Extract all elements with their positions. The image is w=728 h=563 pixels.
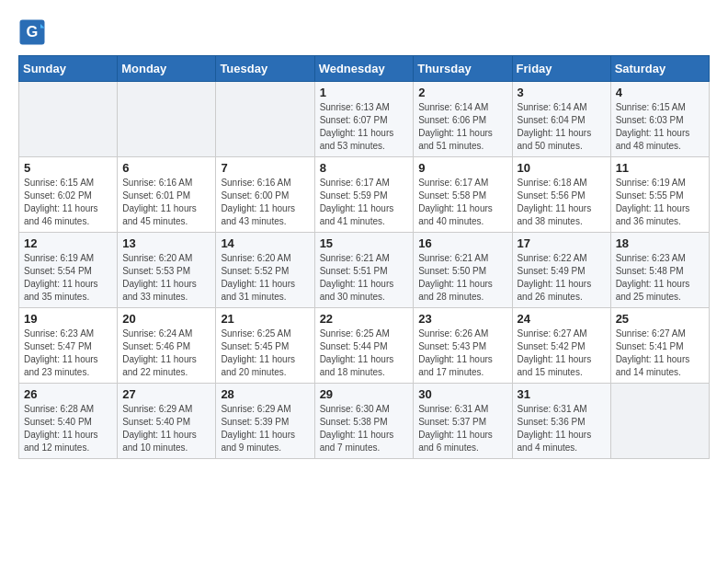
day-info: Sunrise: 6:28 AM Sunset: 5:40 PM Dayligh… — [24, 403, 112, 454]
weekday-header-sunday: Sunday — [19, 56, 118, 82]
calendar-day: 13Sunrise: 6:20 AM Sunset: 5:53 PM Dayli… — [118, 233, 216, 308]
calendar-header: SundayMondayTuesdayWednesdayThursdayFrid… — [19, 56, 710, 82]
calendar-day — [19, 82, 118, 157]
calendar-day: 20Sunrise: 6:24 AM Sunset: 5:46 PM Dayli… — [118, 308, 216, 384]
calendar-day: 4Sunrise: 6:15 AM Sunset: 6:03 PM Daylig… — [610, 82, 709, 157]
day-info: Sunrise: 6:27 AM Sunset: 5:41 PM Dayligh… — [616, 327, 704, 379]
weekday-header-tuesday: Tuesday — [216, 56, 314, 82]
calendar-body: 1Sunrise: 6:13 AM Sunset: 6:07 PM Daylig… — [19, 82, 710, 459]
calendar-day: 19Sunrise: 6:23 AM Sunset: 5:47 PM Dayli… — [19, 308, 118, 384]
calendar-day: 29Sunrise: 6:30 AM Sunset: 5:38 PM Dayli… — [314, 384, 414, 459]
calendar-day: 28Sunrise: 6:29 AM Sunset: 5:39 PM Dayli… — [216, 384, 314, 459]
day-info: Sunrise: 6:13 AM Sunset: 6:07 PM Dayligh… — [320, 101, 409, 153]
day-info: Sunrise: 6:25 AM Sunset: 5:44 PM Dayligh… — [320, 327, 409, 379]
day-info: Sunrise: 6:20 AM Sunset: 5:52 PM Dayligh… — [221, 252, 309, 304]
calendar-day: 21Sunrise: 6:25 AM Sunset: 5:45 PM Dayli… — [216, 308, 314, 384]
day-info: Sunrise: 6:26 AM Sunset: 5:43 PM Dayligh… — [418, 327, 506, 379]
calendar-day: 15Sunrise: 6:21 AM Sunset: 5:51 PM Dayli… — [314, 233, 414, 308]
weekday-header-thursday: Thursday — [414, 56, 512, 82]
day-number: 15 — [320, 236, 409, 250]
day-info: Sunrise: 6:18 AM Sunset: 5:56 PM Dayligh… — [518, 177, 606, 228]
calendar-day: 6Sunrise: 6:16 AM Sunset: 6:01 PM Daylig… — [118, 157, 216, 233]
calendar-day: 5Sunrise: 6:15 AM Sunset: 6:02 PM Daylig… — [19, 157, 118, 233]
day-number: 6 — [122, 161, 210, 175]
calendar-day — [216, 82, 314, 157]
calendar-day: 9Sunrise: 6:17 AM Sunset: 5:58 PM Daylig… — [414, 157, 512, 233]
day-number: 27 — [122, 387, 210, 401]
day-number: 11 — [616, 161, 704, 175]
calendar-day: 16Sunrise: 6:21 AM Sunset: 5:50 PM Dayli… — [414, 233, 512, 308]
svg-text:G: G — [27, 23, 39, 40]
day-info: Sunrise: 6:21 AM Sunset: 5:50 PM Dayligh… — [418, 252, 506, 304]
calendar-day: 3Sunrise: 6:14 AM Sunset: 6:04 PM Daylig… — [512, 82, 610, 157]
calendar-day: 1Sunrise: 6:13 AM Sunset: 6:07 PM Daylig… — [314, 82, 414, 157]
day-number: 13 — [122, 236, 210, 250]
calendar-week-2: 5Sunrise: 6:15 AM Sunset: 6:02 PM Daylig… — [19, 157, 710, 233]
day-info: Sunrise: 6:16 AM Sunset: 6:00 PM Dayligh… — [221, 177, 309, 228]
day-number: 2 — [418, 86, 506, 99]
calendar-week-5: 26Sunrise: 6:28 AM Sunset: 5:40 PM Dayli… — [19, 384, 710, 459]
day-number: 23 — [418, 312, 506, 326]
day-info: Sunrise: 6:27 AM Sunset: 5:42 PM Dayligh… — [518, 327, 606, 379]
day-number: 10 — [518, 161, 606, 175]
day-number: 3 — [518, 86, 606, 99]
day-info: Sunrise: 6:31 AM Sunset: 5:36 PM Dayligh… — [518, 403, 606, 454]
logo: G — [18, 18, 50, 46]
day-info: Sunrise: 6:14 AM Sunset: 6:06 PM Dayligh… — [418, 101, 506, 153]
day-info: Sunrise: 6:23 AM Sunset: 5:47 PM Dayligh… — [24, 327, 112, 379]
day-info: Sunrise: 6:29 AM Sunset: 5:39 PM Dayligh… — [221, 403, 309, 454]
day-number: 24 — [518, 312, 606, 326]
day-number: 1 — [320, 86, 409, 99]
page-header: G — [18, 18, 710, 46]
day-number: 21 — [221, 312, 309, 326]
day-info: Sunrise: 6:24 AM Sunset: 5:46 PM Dayligh… — [122, 327, 210, 379]
day-info: Sunrise: 6:31 AM Sunset: 5:37 PM Dayligh… — [418, 403, 506, 454]
day-number: 4 — [616, 86, 704, 99]
day-number: 31 — [518, 387, 606, 401]
weekday-header-wednesday: Wednesday — [314, 56, 414, 82]
day-info: Sunrise: 6:29 AM Sunset: 5:40 PM Dayligh… — [122, 403, 210, 454]
day-number: 18 — [616, 236, 704, 250]
calendar-week-4: 19Sunrise: 6:23 AM Sunset: 5:47 PM Dayli… — [19, 308, 710, 384]
day-info: Sunrise: 6:17 AM Sunset: 5:58 PM Dayligh… — [418, 177, 506, 228]
calendar-day: 22Sunrise: 6:25 AM Sunset: 5:44 PM Dayli… — [314, 308, 414, 384]
calendar-day: 23Sunrise: 6:26 AM Sunset: 5:43 PM Dayli… — [414, 308, 512, 384]
calendar-day: 30Sunrise: 6:31 AM Sunset: 5:37 PM Dayli… — [414, 384, 512, 459]
day-info: Sunrise: 6:17 AM Sunset: 5:59 PM Dayligh… — [320, 177, 409, 228]
calendar-day — [610, 384, 709, 459]
day-info: Sunrise: 6:25 AM Sunset: 5:45 PM Dayligh… — [221, 327, 309, 379]
day-info: Sunrise: 6:16 AM Sunset: 6:01 PM Dayligh… — [122, 177, 210, 228]
day-info: Sunrise: 6:22 AM Sunset: 5:49 PM Dayligh… — [518, 252, 606, 304]
calendar-day — [118, 82, 216, 157]
calendar-day: 14Sunrise: 6:20 AM Sunset: 5:52 PM Dayli… — [216, 233, 314, 308]
calendar-day: 27Sunrise: 6:29 AM Sunset: 5:40 PM Dayli… — [118, 384, 216, 459]
calendar-day: 18Sunrise: 6:23 AM Sunset: 5:48 PM Dayli… — [610, 233, 709, 308]
day-info: Sunrise: 6:21 AM Sunset: 5:51 PM Dayligh… — [320, 252, 409, 304]
calendar-day: 17Sunrise: 6:22 AM Sunset: 5:49 PM Dayli… — [512, 233, 610, 308]
calendar-day: 2Sunrise: 6:14 AM Sunset: 6:06 PM Daylig… — [414, 82, 512, 157]
weekday-header-friday: Friday — [512, 56, 610, 82]
day-info: Sunrise: 6:19 AM Sunset: 5:54 PM Dayligh… — [24, 252, 112, 304]
calendar-day: 31Sunrise: 6:31 AM Sunset: 5:36 PM Dayli… — [512, 384, 610, 459]
weekday-header-monday: Monday — [118, 56, 216, 82]
day-info: Sunrise: 6:15 AM Sunset: 6:02 PM Dayligh… — [24, 177, 112, 228]
calendar-day: 12Sunrise: 6:19 AM Sunset: 5:54 PM Dayli… — [19, 233, 118, 308]
day-info: Sunrise: 6:14 AM Sunset: 6:04 PM Dayligh… — [518, 101, 606, 153]
calendar-week-1: 1Sunrise: 6:13 AM Sunset: 6:07 PM Daylig… — [19, 82, 710, 157]
weekday-header-row: SundayMondayTuesdayWednesdayThursdayFrid… — [19, 56, 710, 82]
calendar-day: 26Sunrise: 6:28 AM Sunset: 5:40 PM Dayli… — [19, 384, 118, 459]
calendar-day: 25Sunrise: 6:27 AM Sunset: 5:41 PM Dayli… — [610, 308, 709, 384]
calendar-day: 11Sunrise: 6:19 AM Sunset: 5:55 PM Dayli… — [610, 157, 709, 233]
day-number: 9 — [418, 161, 506, 175]
logo-icon: G — [18, 18, 46, 46]
day-number: 28 — [221, 387, 309, 401]
day-number: 12 — [24, 236, 112, 250]
calendar-day: 10Sunrise: 6:18 AM Sunset: 5:56 PM Dayli… — [512, 157, 610, 233]
calendar-table: SundayMondayTuesdayWednesdayThursdayFrid… — [18, 55, 710, 459]
day-number: 7 — [221, 161, 309, 175]
day-number: 20 — [122, 312, 210, 326]
day-number: 30 — [418, 387, 506, 401]
day-number: 17 — [518, 236, 606, 250]
day-number: 14 — [221, 236, 309, 250]
day-number: 19 — [24, 312, 112, 326]
